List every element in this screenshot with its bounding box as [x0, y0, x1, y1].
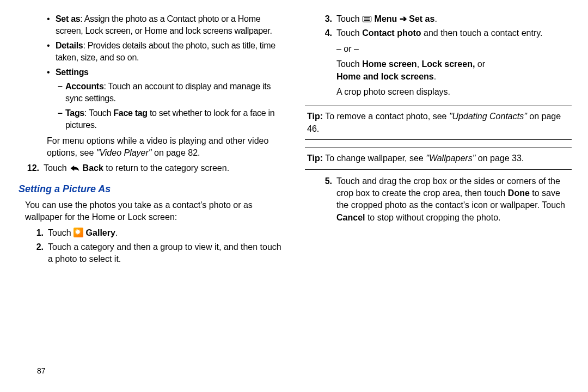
step-number-3: 3.	[318, 13, 336, 25]
label-home-screen: Home screen	[362, 59, 417, 69]
label-back: Back	[80, 163, 103, 173]
step-2-text: Touch a category and then a group to vie…	[48, 241, 283, 266]
or-separator: – or –	[336, 43, 572, 55]
step-4: 4. Touch Contact photo and then touch a …	[305, 27, 572, 101]
label-accounts: Accounts	[65, 82, 104, 91]
step-1: 1. Touch Gallery.	[16, 227, 283, 239]
step-5: 5. Touch and drag the crop box or the si…	[305, 175, 572, 224]
bullet-set-as: • Set as: Assign the photo as a Contact …	[47, 13, 283, 38]
tip-1: Tip: To remove a contact photo, see "Upd…	[305, 111, 572, 135]
subbullet-tags: – Tags: Touch Face tag to set whether to…	[58, 107, 283, 132]
crop-note: A crop photo screen displays.	[336, 86, 572, 98]
bullet-settings: • Settings	[47, 66, 283, 78]
divider	[305, 169, 572, 170]
step-number-2: 2.	[29, 241, 48, 266]
subbullet-accounts: – Accounts: Touch an account to display …	[58, 81, 283, 105]
gallery-icon	[74, 228, 83, 237]
label-gallery: Gallery	[83, 228, 115, 237]
divider	[305, 139, 572, 140]
heading-setting-picture-as: Setting a Picture As	[16, 182, 283, 196]
text-details: : Provides details about the photo, such…	[56, 41, 275, 62]
label-lock-screen: Lock screen,	[422, 59, 475, 69]
step-12: 12. Touch Back to return to the category…	[16, 162, 283, 174]
label-menu: Menu	[372, 14, 400, 23]
step-3: 3. Touch Menu ➔ Set as.	[305, 13, 572, 25]
step-number-5: 5.	[318, 175, 336, 224]
label-details: Details	[56, 41, 83, 50]
label-tags: Tags	[65, 108, 84, 118]
label-set-as-menu: Set as	[409, 14, 434, 23]
divider	[305, 106, 572, 106]
text-set-as: : Assign the photo as a Contact photo or…	[56, 14, 272, 35]
tip-label-1: Tip:	[307, 112, 323, 121]
tip-2: Tip: To change wallpaper, see "Wallpaper…	[305, 152, 572, 164]
step-number-1: 1.	[29, 227, 48, 239]
back-icon	[69, 163, 80, 171]
bullet-list: • Set as: Assign the photo as a Contact …	[16, 13, 283, 132]
right-column: 3. Touch Menu ➔ Set as. 4. Touch Contact…	[305, 11, 572, 268]
label-contact-photo: Contact photo	[362, 28, 421, 38]
left-column: • Set as: Assign the photo as a Contact …	[16, 11, 283, 268]
divider	[305, 148, 572, 148]
label-settings: Settings	[56, 68, 89, 77]
link-wallpapers: "Wallpapers"	[426, 154, 475, 163]
label-cancel: Cancel	[336, 213, 365, 222]
page-number: 87	[37, 366, 46, 377]
page-columns: • Set as: Assign the photo as a Contact …	[16, 11, 572, 268]
arrow-icon: ➔	[400, 14, 409, 23]
menu-icon	[362, 14, 372, 20]
step-number-4: 4.	[318, 27, 336, 101]
label-home-and-lock: Home and lock screens	[336, 72, 434, 81]
step-2: 2. Touch a category and then a group to …	[16, 241, 283, 266]
label-done: Done	[508, 188, 530, 198]
label-face-tag: Face tag	[113, 108, 148, 118]
bullet-details: • Details: Provides details about the ph…	[47, 40, 283, 64]
intro-text: You can use the photos you take as a con…	[16, 199, 283, 224]
step-number-12: 12.	[25, 162, 44, 174]
link-updating-contacts: "Updating Contacts"	[449, 112, 527, 121]
video-note: For menu options while a video is playin…	[16, 135, 283, 160]
tip-label-2: Tip:	[307, 154, 323, 163]
label-set-as: Set as	[56, 14, 80, 23]
link-video-player: "Video Player"	[96, 148, 152, 157]
